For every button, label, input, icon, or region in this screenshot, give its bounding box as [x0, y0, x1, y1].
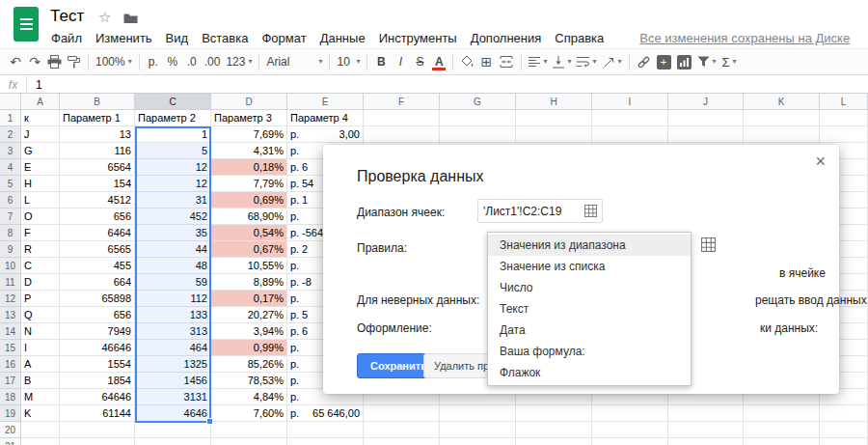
cell-B14[interactable]: 7949: [60, 323, 135, 340]
cell-C15[interactable]: 464: [135, 340, 211, 356]
row-header-10[interactable]: 10: [0, 258, 21, 274]
filter-icon[interactable]: ▾: [694, 51, 719, 72]
cell-C10[interactable]: 48: [135, 258, 211, 274]
cell-A2[interactable]: J: [21, 126, 60, 143]
row-header-13[interactable]: 13: [0, 307, 21, 323]
row-header-6[interactable]: 6: [0, 192, 21, 209]
cell-A10[interactable]: C: [21, 258, 60, 274]
menu-item-8[interactable]: Справка: [548, 29, 610, 47]
select-range-grid-icon[interactable]: [584, 205, 597, 217]
cell-B6[interactable]: 4512: [60, 192, 135, 209]
text-rotation-icon[interactable]: ▾: [600, 51, 625, 72]
insert-comment-icon[interactable]: +: [654, 51, 674, 72]
cell-A1[interactable]: к: [21, 110, 60, 126]
cell-J19[interactable]: [668, 405, 744, 422]
row-header-4[interactable]: 4: [0, 159, 21, 176]
cell-H21[interactable]: [516, 438, 592, 445]
cell-B10[interactable]: 455: [60, 258, 135, 274]
folder-icon[interactable]: [123, 13, 138, 24]
cell-F1[interactable]: [364, 110, 440, 126]
dropdown-item-4[interactable]: Дата: [488, 320, 691, 341]
column-header-H[interactable]: H: [516, 94, 592, 110]
cell-A20[interactable]: [21, 422, 60, 438]
cell-C5[interactable]: 12: [135, 176, 211, 192]
row-header-7[interactable]: 7: [0, 209, 21, 225]
cell-I21[interactable]: [592, 438, 668, 445]
cell-D17[interactable]: 78,53%: [211, 373, 287, 389]
cell-B17[interactable]: 1854: [60, 373, 135, 389]
cell-D4[interactable]: 0,18%: [211, 159, 287, 176]
column-header-A[interactable]: A: [21, 94, 60, 110]
strikethrough-button[interactable]: S: [410, 51, 429, 72]
cell-D5[interactable]: 7,79%: [211, 176, 287, 192]
cell-L19[interactable]: [820, 405, 868, 422]
font-size-select[interactable]: 10▾: [334, 51, 363, 72]
merge-cells-icon[interactable]: [496, 51, 517, 72]
cell-K2[interactable]: [744, 126, 820, 143]
row-header-20[interactable]: 20: [0, 422, 21, 438]
cell-E19[interactable]: p.65 646,00: [287, 405, 364, 422]
cell-B5[interactable]: 154: [60, 176, 135, 192]
menu-item-0[interactable]: Файл: [44, 29, 89, 47]
saved-status-link[interactable]: Все изменения сохранены на Диске: [639, 31, 850, 45]
zoom-select[interactable]: 100%▾: [93, 51, 135, 72]
paint-format-icon[interactable]: [65, 51, 84, 72]
redo-icon[interactable]: ↷: [25, 51, 44, 72]
cell-B9[interactable]: 6565: [60, 241, 135, 258]
cell-D11[interactable]: 8,89%: [211, 274, 287, 291]
column-header-D[interactable]: D: [211, 94, 287, 110]
cell-C9[interactable]: 44: [135, 241, 211, 258]
cell-A19[interactable]: K: [21, 405, 60, 422]
functions-button[interactable]: Σ▾: [719, 51, 740, 72]
cell-D19[interactable]: 7,60%: [211, 405, 287, 422]
cell-C3[interactable]: 5: [135, 143, 211, 159]
fill-handle[interactable]: [206, 418, 213, 425]
cell-B4[interactable]: 6564: [60, 159, 135, 176]
cell-A3[interactable]: G: [21, 143, 60, 159]
cell-C19[interactable]: 4646: [135, 405, 211, 422]
text-wrap-icon[interactable]: ▾: [574, 51, 599, 72]
cell-K21[interactable]: [744, 438, 820, 445]
cell-F20[interactable]: [364, 422, 440, 438]
cell-H20[interactable]: [516, 422, 592, 438]
cell-D16[interactable]: 85,26%: [211, 356, 287, 373]
cell-E21[interactable]: [287, 438, 364, 445]
cell-I19[interactable]: [592, 405, 668, 422]
cell-D6[interactable]: 0,69%: [211, 192, 287, 209]
cell-D18[interactable]: 4,84%: [211, 389, 287, 405]
cell-range-input[interactable]: 'Лист1'!C2:C19: [477, 199, 603, 223]
fill-color-icon[interactable]: [457, 51, 476, 72]
cell-B12[interactable]: 65898: [60, 291, 135, 307]
undo-icon[interactable]: ↶: [6, 51, 25, 72]
cell-B19[interactable]: 61144: [60, 405, 135, 422]
cell-D20[interactable]: [211, 422, 287, 438]
cell-B2[interactable]: 13: [60, 126, 135, 143]
cell-B20[interactable]: [60, 422, 135, 438]
cell-B7[interactable]: 656: [60, 209, 135, 225]
menu-item-6[interactable]: Инструменты: [372, 29, 464, 47]
cell-A17[interactable]: B: [21, 373, 60, 389]
cell-C8[interactable]: 35: [135, 225, 211, 241]
cell-I2[interactable]: [592, 126, 668, 143]
row-header-12[interactable]: 12: [0, 291, 21, 307]
cell-H2[interactable]: [516, 126, 592, 143]
dropdown-item-1[interactable]: Значение из списка: [488, 256, 691, 277]
cell-A12[interactable]: P: [21, 291, 60, 307]
print-icon[interactable]: [44, 51, 65, 72]
cell-G2[interactable]: [440, 126, 516, 143]
cell-L20[interactable]: [820, 422, 868, 438]
cell-A21[interactable]: [21, 438, 60, 445]
column-header-L[interactable]: L: [820, 94, 868, 110]
row-header-21[interactable]: 21: [0, 438, 21, 445]
cell-C13[interactable]: 133: [135, 307, 211, 323]
cell-B3[interactable]: 116: [60, 143, 135, 159]
column-header-F[interactable]: F: [364, 94, 440, 110]
row-header-17[interactable]: 17: [0, 373, 21, 389]
row-header-14[interactable]: 14: [0, 323, 21, 340]
row-header-1[interactable]: 1: [0, 110, 21, 126]
column-header-I[interactable]: I: [592, 94, 668, 110]
menu-item-7[interactable]: Дополнения: [464, 29, 549, 47]
font-family-select[interactable]: Arial▾: [263, 51, 325, 72]
row-header-3[interactable]: 3: [0, 143, 21, 159]
cell-A16[interactable]: A: [21, 356, 60, 373]
